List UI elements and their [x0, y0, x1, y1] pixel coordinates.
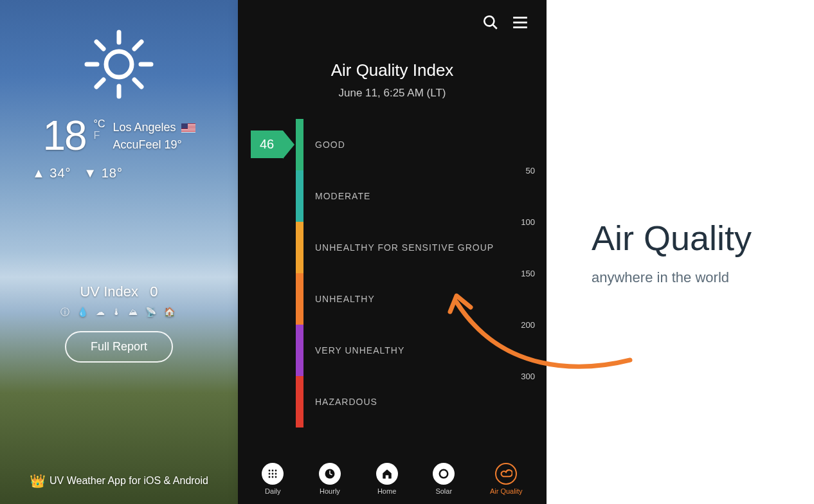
temperature-row: 18 °C F Los Angeles AccuFeel 19°	[42, 112, 195, 159]
unit-toggle[interactable]: °C F	[94, 118, 105, 141]
subline: anywhere in the world	[592, 269, 814, 286]
air-quality-icon	[495, 463, 517, 485]
seg-very-unhealthy	[296, 325, 303, 376]
uv-label: UV Index	[80, 284, 138, 300]
svg-point-15	[272, 470, 274, 472]
nav-air-quality[interactable]: Air Quality	[490, 463, 523, 495]
svg-point-20	[269, 476, 271, 478]
uv-index: UV Index 0	[80, 284, 158, 300]
detail-icons-row[interactable]: ⓘ 💧 ☁ 🌡 ⛰ 📡 🏠	[60, 307, 177, 318]
nav-solar[interactable]: Solar	[433, 463, 455, 495]
aqi-current-value: 46	[251, 130, 283, 158]
svg-point-9	[484, 16, 494, 26]
tick: 150	[521, 269, 535, 278]
low-temp: ▼ 18°	[84, 166, 123, 180]
aqi-color-bar	[296, 119, 303, 428]
promo-banner[interactable]: 👑 UV Weather App for iOS & Android	[30, 473, 208, 489]
nav-daily[interactable]: Daily	[262, 463, 284, 495]
nav-label: Home	[377, 487, 396, 495]
cat-unhealthy: UNHEALTHY	[315, 294, 375, 304]
svg-point-21	[272, 476, 274, 478]
nav-home[interactable]: Home	[376, 463, 398, 495]
tick: 100	[521, 217, 535, 227]
cat-moderate: MODERATE	[315, 191, 370, 201]
tick: 50	[526, 166, 535, 176]
svg-line-10	[493, 24, 497, 29]
tick: 200	[521, 320, 535, 330]
svg-point-19	[275, 473, 277, 475]
svg-point-22	[275, 476, 277, 478]
aqi-datetime: June 11, 6:25 AM (LT)	[238, 87, 547, 100]
high-temp: ▲ 34°	[32, 166, 71, 180]
flag-us-icon	[181, 123, 195, 132]
nav-label: Air Quality	[490, 487, 523, 495]
seg-sensitive	[296, 222, 303, 273]
uv-value: 0	[150, 284, 158, 300]
cat-very-unhealthy: VERY UNHEALTHY	[315, 345, 404, 356]
nav-hourly[interactable]: Hourly	[319, 463, 341, 495]
aqi-current-marker: 46	[251, 130, 283, 158]
tick: 300	[521, 372, 535, 381]
svg-line-8	[96, 80, 104, 87]
temperature-value: 18	[42, 112, 86, 159]
calendar-icon	[262, 463, 284, 485]
bottom-nav: Daily Hourly Home Solar	[238, 456, 547, 504]
aqi-title: Air Quality Index	[238, 60, 547, 80]
svg-point-18	[272, 473, 274, 475]
svg-point-16	[275, 470, 277, 472]
marketing-panel: Air Quality anywhere in the world	[547, 0, 814, 504]
accufeel-label: AccuFeel 19°	[113, 138, 195, 152]
full-report-button[interactable]: Full Report	[65, 331, 173, 363]
aqi-panel: Air Quality Index June 11, 6:25 AM (LT) …	[238, 0, 547, 504]
svg-line-7	[134, 42, 141, 49]
crown-icon: 👑	[30, 473, 46, 489]
unit-celsius[interactable]: °C	[94, 118, 105, 130]
seg-unhealthy	[296, 273, 303, 325]
weather-panel: 18 °C F Los Angeles AccuFeel 19° ▲ 34° ▼…	[0, 0, 238, 504]
svg-point-0	[106, 51, 132, 77]
sun-icon	[80, 26, 158, 105]
home-icon	[376, 463, 398, 485]
nav-label: Daily	[265, 487, 280, 495]
headline: Air Quality	[592, 218, 814, 258]
location-name[interactable]: Los Angeles	[113, 121, 176, 134]
nav-label: Solar	[435, 487, 452, 495]
cat-sensitive: UNHEALTHY FOR SENSITIVE GROUP	[315, 242, 494, 253]
cat-hazardous: HAZARDOUS	[315, 397, 377, 407]
unit-fahrenheit[interactable]: F	[94, 130, 105, 141]
solar-icon	[433, 463, 455, 485]
aqi-scale: 46 50 100 150 200 300 GOOD MODERATE UNHE…	[296, 119, 547, 456]
seg-hazardous	[296, 376, 303, 428]
promo-text: UV Weather App for iOS & Android	[50, 475, 208, 487]
search-icon[interactable]	[482, 14, 499, 33]
high-low: ▲ 34° ▼ 18°	[32, 166, 123, 181]
svg-point-14	[269, 470, 271, 472]
svg-line-6	[134, 80, 141, 87]
cat-good: GOOD	[315, 140, 345, 150]
svg-point-25	[440, 471, 447, 477]
seg-good	[296, 119, 303, 170]
menu-icon[interactable]	[511, 14, 530, 33]
nav-label: Hourly	[320, 487, 340, 495]
svg-point-17	[269, 473, 271, 475]
clock-icon	[319, 463, 341, 485]
svg-line-5	[96, 42, 104, 49]
seg-moderate	[296, 170, 303, 222]
